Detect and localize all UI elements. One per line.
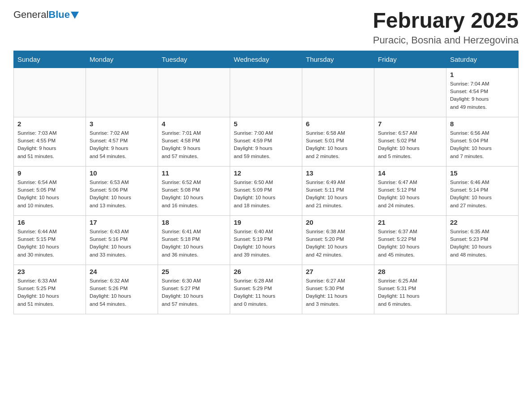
day-number: 17 [90, 218, 154, 226]
day-info: Sunrise: 6:25 AM Sunset: 5:31 PM Dayligh… [378, 277, 442, 308]
calendar-day [86, 68, 158, 117]
calendar-day: 1Sunrise: 7:04 AM Sunset: 4:54 PM Daylig… [446, 68, 519, 117]
day-number: 10 [90, 169, 154, 177]
calendar-day: 14Sunrise: 6:47 AM Sunset: 5:12 PM Dayli… [374, 166, 446, 215]
day-number: 23 [17, 268, 82, 275]
day-info: Sunrise: 6:44 AM Sunset: 5:15 PM Dayligh… [17, 228, 82, 259]
day-info: Sunrise: 6:56 AM Sunset: 5:04 PM Dayligh… [450, 129, 515, 160]
day-number: 6 [306, 120, 370, 128]
header-thursday: Thursday [302, 51, 374, 68]
day-info: Sunrise: 6:38 AM Sunset: 5:20 PM Dayligh… [306, 228, 370, 259]
day-info: Sunrise: 6:30 AM Sunset: 5:27 PM Dayligh… [162, 277, 226, 308]
calendar-day [158, 68, 230, 117]
day-info: Sunrise: 6:57 AM Sunset: 5:02 PM Dayligh… [378, 129, 442, 160]
calendar-day: 12Sunrise: 6:50 AM Sunset: 5:09 PM Dayli… [230, 166, 302, 215]
day-info: Sunrise: 7:02 AM Sunset: 4:57 PM Dayligh… [90, 129, 154, 160]
day-info: Sunrise: 6:47 AM Sunset: 5:12 PM Dayligh… [378, 179, 442, 210]
day-number: 13 [306, 169, 370, 177]
page-subtitle: Puracic, Bosnia and Herzegovina [373, 34, 519, 46]
calendar-day [302, 68, 374, 117]
page-header: General Blue February 2025 Puracic, Bosn… [13, 9, 519, 46]
calendar-week-4: 16Sunrise: 6:44 AM Sunset: 5:15 PM Dayli… [14, 215, 519, 265]
calendar-table: SundayMondayTuesdayWednesdayThursdayFrid… [13, 51, 519, 314]
calendar-day: 10Sunrise: 6:53 AM Sunset: 5:06 PM Dayli… [86, 166, 158, 215]
day-info: Sunrise: 6:43 AM Sunset: 5:16 PM Dayligh… [90, 228, 154, 259]
day-info: Sunrise: 6:54 AM Sunset: 5:05 PM Dayligh… [17, 179, 82, 210]
day-info: Sunrise: 6:52 AM Sunset: 5:08 PM Dayligh… [162, 179, 226, 210]
day-number: 24 [90, 268, 154, 275]
calendar-day: 11Sunrise: 6:52 AM Sunset: 5:08 PM Dayli… [158, 166, 230, 215]
calendar-day: 27Sunrise: 6:27 AM Sunset: 5:30 PM Dayli… [302, 265, 374, 314]
calendar-week-1: 1Sunrise: 7:04 AM Sunset: 4:54 PM Daylig… [14, 68, 519, 117]
day-info: Sunrise: 6:27 AM Sunset: 5:30 PM Dayligh… [306, 277, 370, 308]
calendar-day: 26Sunrise: 6:28 AM Sunset: 5:29 PM Dayli… [230, 265, 302, 314]
day-number: 18 [162, 218, 226, 226]
header-friday: Friday [374, 51, 446, 68]
day-number: 12 [234, 169, 298, 177]
calendar-day: 24Sunrise: 6:32 AM Sunset: 5:26 PM Dayli… [86, 265, 158, 314]
header-tuesday: Tuesday [158, 51, 230, 68]
day-number: 4 [162, 120, 226, 128]
day-number: 26 [234, 268, 298, 275]
day-number: 28 [378, 268, 442, 275]
day-number: 11 [162, 169, 226, 177]
day-info: Sunrise: 6:28 AM Sunset: 5:29 PM Dayligh… [234, 277, 298, 308]
day-info: Sunrise: 6:40 AM Sunset: 5:19 PM Dayligh… [234, 228, 298, 259]
calendar-day: 17Sunrise: 6:43 AM Sunset: 5:16 PM Dayli… [86, 215, 158, 265]
day-info: Sunrise: 6:46 AM Sunset: 5:14 PM Dayligh… [450, 179, 515, 210]
day-info: Sunrise: 6:33 AM Sunset: 5:25 PM Dayligh… [17, 277, 82, 308]
day-number: 3 [90, 120, 154, 128]
calendar-header-row: SundayMondayTuesdayWednesdayThursdayFrid… [14, 51, 519, 68]
calendar-day [374, 68, 446, 117]
calendar-day [446, 265, 519, 314]
day-number: 21 [378, 218, 442, 226]
day-info: Sunrise: 6:58 AM Sunset: 5:01 PM Dayligh… [306, 129, 370, 160]
calendar-day: 15Sunrise: 6:46 AM Sunset: 5:14 PM Dayli… [446, 166, 519, 215]
header-saturday: Saturday [446, 51, 519, 68]
day-number: 8 [450, 120, 515, 128]
calendar-day: 7Sunrise: 6:57 AM Sunset: 5:02 PM Daylig… [374, 117, 446, 166]
calendar-day: 2Sunrise: 7:03 AM Sunset: 4:55 PM Daylig… [14, 117, 86, 166]
header-sunday: Sunday [14, 51, 86, 68]
day-info: Sunrise: 7:01 AM Sunset: 4:58 PM Dayligh… [162, 129, 226, 160]
calendar-day: 19Sunrise: 6:40 AM Sunset: 5:19 PM Dayli… [230, 215, 302, 265]
day-number: 2 [17, 120, 82, 128]
day-number: 9 [17, 169, 82, 177]
calendar-day [14, 68, 86, 117]
day-info: Sunrise: 6:35 AM Sunset: 5:23 PM Dayligh… [450, 228, 515, 259]
title-block: February 2025 Puracic, Bosnia and Herzeg… [373, 9, 519, 46]
day-info: Sunrise: 7:00 AM Sunset: 4:59 PM Dayligh… [234, 129, 298, 160]
day-number: 1 [450, 71, 515, 78]
day-number: 15 [450, 169, 515, 177]
calendar-week-2: 2Sunrise: 7:03 AM Sunset: 4:55 PM Daylig… [14, 117, 519, 166]
day-info: Sunrise: 6:50 AM Sunset: 5:09 PM Dayligh… [234, 179, 298, 210]
calendar-day: 4Sunrise: 7:01 AM Sunset: 4:58 PM Daylig… [158, 117, 230, 166]
calendar-week-3: 9Sunrise: 6:54 AM Sunset: 5:05 PM Daylig… [14, 166, 519, 215]
calendar-day: 5Sunrise: 7:00 AM Sunset: 4:59 PM Daylig… [230, 117, 302, 166]
page-title: February 2025 [373, 9, 519, 33]
day-number: 7 [378, 120, 442, 128]
calendar-day: 16Sunrise: 6:44 AM Sunset: 5:15 PM Dayli… [14, 215, 86, 265]
calendar-day: 22Sunrise: 6:35 AM Sunset: 5:23 PM Dayli… [446, 215, 519, 265]
calendar-day: 21Sunrise: 6:37 AM Sunset: 5:22 PM Dayli… [374, 215, 446, 265]
calendar-day: 18Sunrise: 6:41 AM Sunset: 5:18 PM Dayli… [158, 215, 230, 265]
calendar-day: 28Sunrise: 6:25 AM Sunset: 5:31 PM Dayli… [374, 265, 446, 314]
day-number: 5 [234, 120, 298, 128]
calendar-day: 13Sunrise: 6:49 AM Sunset: 5:11 PM Dayli… [302, 166, 374, 215]
day-number: 27 [306, 268, 370, 275]
day-number: 14 [378, 169, 442, 177]
day-number: 19 [234, 218, 298, 226]
day-info: Sunrise: 6:49 AM Sunset: 5:11 PM Dayligh… [306, 179, 370, 210]
calendar-day: 23Sunrise: 6:33 AM Sunset: 5:25 PM Dayli… [14, 265, 86, 314]
day-info: Sunrise: 6:53 AM Sunset: 5:06 PM Dayligh… [90, 179, 154, 210]
day-info: Sunrise: 6:37 AM Sunset: 5:22 PM Dayligh… [378, 228, 442, 259]
calendar-day: 6Sunrise: 6:58 AM Sunset: 5:01 PM Daylig… [302, 117, 374, 166]
logo-blue-text: Blue [48, 9, 79, 21]
header-wednesday: Wednesday [230, 51, 302, 68]
day-number: 22 [450, 218, 515, 226]
calendar-day: 8Sunrise: 6:56 AM Sunset: 5:04 PM Daylig… [446, 117, 519, 166]
day-info: Sunrise: 7:04 AM Sunset: 4:54 PM Dayligh… [450, 80, 515, 111]
svg-marker-0 [71, 12, 79, 19]
calendar-day: 9Sunrise: 6:54 AM Sunset: 5:05 PM Daylig… [14, 166, 86, 215]
logo: General Blue [13, 9, 79, 21]
